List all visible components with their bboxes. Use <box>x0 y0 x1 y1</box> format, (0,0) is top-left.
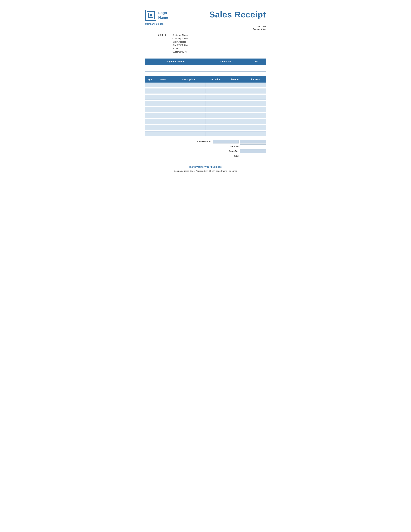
table-cell <box>172 95 206 99</box>
job-cell <box>246 65 266 71</box>
table-row <box>145 113 266 118</box>
total-discount-extra-box <box>240 140 266 143</box>
table-cell <box>244 107 266 112</box>
sales-tax-row: Sales Tax <box>214 149 266 153</box>
subtotal-label: Subtotal <box>214 145 239 148</box>
line-total-header: Line Total <box>244 76 266 82</box>
spacer-row <box>145 99 266 101</box>
table-cell <box>206 101 225 105</box>
total-discount-label: Total Discount <box>187 140 211 143</box>
table-row <box>145 101 266 105</box>
sales-tax-value-box <box>240 149 266 153</box>
table-cell <box>145 107 155 112</box>
spacer-row <box>145 118 266 119</box>
table-cell <box>145 88 155 93</box>
table-cell <box>225 95 244 99</box>
item-header: Item # <box>155 76 172 82</box>
table-cell <box>206 88 225 93</box>
table-cell <box>172 82 206 87</box>
spacer-row <box>145 87 266 88</box>
table-cell <box>206 95 225 99</box>
logo-icon <box>145 10 156 21</box>
unit-price-header: Unit Price <box>206 76 225 82</box>
total-label: Total <box>214 155 239 157</box>
receipt-number: Receipt # No. <box>145 28 266 30</box>
spacer-row <box>145 112 266 113</box>
table-cell <box>155 131 172 136</box>
title-section: Sales Receipt <box>209 10 266 19</box>
sold-to-section: Sold To Customer Name Company Name Stree… <box>145 34 266 54</box>
subtotal-value-box <box>240 144 266 148</box>
qty-header: Qty <box>145 76 155 82</box>
table-cell <box>145 119 155 124</box>
payment-method-header: Payment Method <box>145 58 206 65</box>
subtotal-row: Subtotal <box>214 144 266 148</box>
check-no-header: Check No. <box>206 58 246 65</box>
table-cell <box>145 113 155 118</box>
table-cell <box>244 82 266 87</box>
spacer-row <box>145 130 266 131</box>
table-cell <box>244 95 266 99</box>
date-value: Date <box>262 25 266 28</box>
company-name: Company Name <box>172 37 189 40</box>
table-cell <box>145 95 155 99</box>
spacer-row <box>145 93 266 95</box>
table-row <box>145 107 266 112</box>
table-cell <box>225 88 244 93</box>
header: Logo Name Sales Receipt <box>145 10 266 21</box>
description-header: Description <box>172 76 206 82</box>
total-row: Total <box>214 154 266 158</box>
table-cell <box>206 131 225 136</box>
customer-info: Customer Name Company Name Street Addres… <box>172 34 189 54</box>
table-cell <box>225 107 244 112</box>
customer-name: Customer Name <box>172 34 189 37</box>
logo-section: Logo Name <box>145 10 168 21</box>
table-cell <box>155 119 172 124</box>
table-cell <box>225 119 244 124</box>
payment-row <box>145 65 266 71</box>
sales-tax-label: Sales Tax <box>214 150 239 152</box>
table-cell <box>206 107 225 112</box>
table-cell <box>225 125 244 130</box>
table-row <box>145 119 266 124</box>
table-cell <box>244 131 266 136</box>
city-state-zip: City, ST ZIP Code <box>172 44 189 47</box>
thank-you-message: Thank you for your business! <box>145 165 266 168</box>
spacer-row <box>145 105 266 107</box>
total-discount-row: Total Discount <box>187 140 266 143</box>
table-cell <box>172 113 206 118</box>
table-cell <box>206 119 225 124</box>
date-label: Date: <box>256 25 261 28</box>
table-row <box>145 125 266 130</box>
company-slogan: Company Slogan <box>145 23 266 25</box>
total-value-box <box>240 154 266 158</box>
table-cell <box>244 88 266 93</box>
date-line: Date: Date <box>145 25 266 28</box>
table-row <box>145 95 266 99</box>
table-cell <box>172 101 206 105</box>
table-cell <box>206 125 225 130</box>
total-discount-value-box <box>213 140 239 143</box>
table-cell <box>172 88 206 93</box>
logo-text: Logo Name <box>158 11 168 20</box>
table-cell <box>155 82 172 87</box>
table-cell <box>155 101 172 105</box>
table-cell <box>145 131 155 136</box>
table-cell <box>225 82 244 87</box>
job-header: Job <box>246 58 266 65</box>
table-cell <box>225 113 244 118</box>
table-row <box>145 88 266 93</box>
spacer-row <box>145 124 266 125</box>
footer-company-info: Company Name Street Address,City, ST ZIP… <box>145 170 266 172</box>
sold-to-label: Sold To <box>158 34 171 54</box>
page: Logo Name Sales Receipt Company Slogan D… <box>137 3 274 180</box>
table-cell <box>172 107 206 112</box>
table-cell <box>244 113 266 118</box>
table-cell <box>155 95 172 99</box>
totals-section: Total Discount Subtotal Sales Tax Total <box>145 140 266 159</box>
table-cell <box>155 125 172 130</box>
table-cell <box>145 82 155 87</box>
table-cell <box>155 113 172 118</box>
table-cell <box>155 107 172 112</box>
table-cell <box>244 125 266 130</box>
